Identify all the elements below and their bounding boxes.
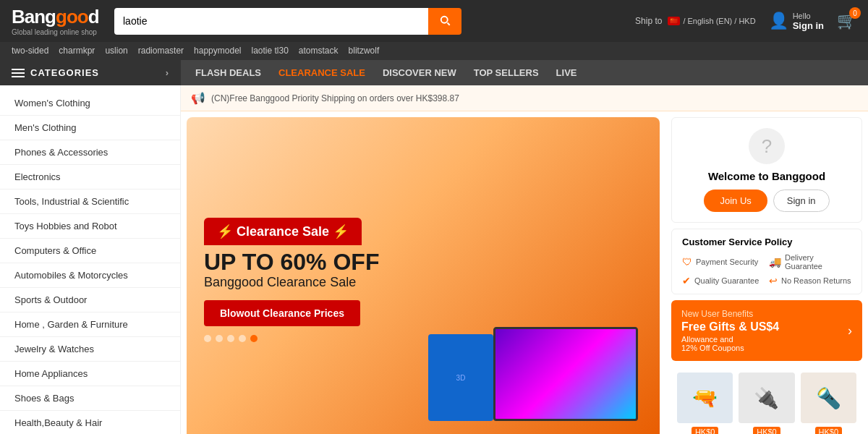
nav-discover-new[interactable]: DISCOVER NEW	[383, 60, 456, 85]
service-delivery: 🚚 Delivery Guarantee	[769, 253, 851, 271]
categories-button[interactable]: CATEGORIES ›	[0, 60, 181, 85]
signin-button[interactable]: Sign in	[773, 190, 830, 212]
suggestion-7[interactable]: blitzwolf	[349, 46, 380, 56]
nav-live[interactable]: LIVE	[556, 60, 577, 85]
suggestion-1[interactable]: charmkpr	[59, 46, 95, 56]
dot-5[interactable]	[250, 335, 258, 342]
sidebar-item-automobiles[interactable]: Automobiles & Motorcycles	[0, 263, 180, 288]
sidebar-item-phones-accessories[interactable]: Phones & Accessories	[0, 140, 180, 165]
service-returns: ↩ No Reason Returns	[769, 275, 851, 286]
suggestion-6[interactable]: atomstack	[299, 46, 339, 56]
welcome-buttons: Join Us Sign in	[682, 190, 851, 212]
categories-chevron-icon: ›	[166, 67, 169, 78]
right-panel: ? Welcome to Banggood Join Us Sign in Cu…	[665, 111, 868, 434]
welcome-avatar: ?	[749, 128, 785, 164]
sidebar-item-womens-clothing[interactable]: Women's Clothing	[0, 91, 180, 116]
right-prod-thumb-2: 🔦	[801, 373, 856, 423]
search-suggestions: two-sided charmkpr uslion radiomaster ha…	[0, 42, 868, 60]
service-box: Customer Service Policy 🛡 Payment Securi…	[671, 229, 862, 294]
right-prod-1[interactable]: 🔌 HK$0	[739, 373, 794, 434]
main-layout: Women's Clothing Men's Clothing Phones &…	[0, 85, 868, 434]
cart-badge: 0	[849, 7, 861, 19]
new-user-content: New User Benefits Free Gifts & US$4 Allo…	[681, 309, 779, 352]
quality-label: Quality Guarantee	[694, 276, 759, 285]
service-grid: 🛡 Payment Security 🚚 Delivery Guarantee …	[682, 253, 851, 286]
hero-banner[interactable]: ⚡ Clearance Sale ⚡ UP TO 60% OFF Banggoo…	[187, 117, 660, 434]
dot-4[interactable]	[239, 335, 246, 342]
suggestion-0[interactable]: two-sided	[12, 46, 48, 56]
right-prod-0[interactable]: 🔫 HK$0	[677, 373, 733, 434]
new-user-heading: New User Benefits	[681, 309, 779, 319]
suggestion-4[interactable]: happymodel	[194, 46, 241, 56]
new-user-arrow-icon: ›	[848, 323, 852, 339]
banner-content: ⚡ Clearance Sale ⚡ UP TO 60% OFF Banggoo…	[187, 203, 396, 357]
sidebar-item-shoes-bags[interactable]: Shoes & Bags	[0, 386, 180, 411]
sidebar-item-mens-clothing[interactable]: Men's Clothing	[0, 116, 180, 140]
avatar-icon: ?	[762, 135, 772, 158]
sidebar-item-home-appliances[interactable]: Home Appliances	[0, 362, 180, 386]
banner-products: 3D	[428, 284, 645, 428]
header-right: Ship to 🇨🇳 / English (EN) / HKD 👤 Hello …	[635, 12, 856, 31]
search-button[interactable]	[428, 8, 461, 35]
returns-label: No Reason Returns	[781, 276, 851, 285]
right-prod-thumb-1: 🔌	[739, 373, 794, 423]
flag: 🇨🇳	[668, 17, 680, 25]
nav-links: FLASH DEALS CLEARANCE SALE DISCOVER NEW …	[181, 60, 591, 85]
cart[interactable]: 🛒 0	[837, 12, 856, 30]
banner-subtitle: Banggood Clearance Sale	[204, 275, 379, 290]
nav-top-sellers[interactable]: TOP SELLERS	[474, 60, 539, 85]
search-input[interactable]	[114, 8, 428, 35]
banner-title: UP TO 60% OFF	[204, 250, 379, 275]
sidebar-item-home-garden[interactable]: Home , Garden & Furniture	[0, 312, 180, 337]
shipping-banner: 📢 (CN)Free Banggood Priority Shipping on…	[181, 85, 868, 111]
dot-2[interactable]	[216, 335, 223, 342]
suggestion-3[interactable]: radiomaster	[138, 46, 184, 56]
sidebar-item-toys-hobbies[interactable]: Toys Hobbies and Robot	[0, 214, 180, 239]
signin-link[interactable]: Sign in	[793, 20, 824, 31]
right-prod-price-1: HK$0	[753, 427, 780, 434]
content-area: 📢 (CN)Free Banggood Priority Shipping on…	[181, 85, 868, 434]
search-bar	[114, 8, 461, 35]
language-selector[interactable]: / English (EN) / HKD	[683, 17, 755, 25]
dot-1[interactable]	[204, 335, 211, 342]
banner-dots	[204, 335, 379, 342]
user-section[interactable]: 👤 Hello Sign in	[769, 12, 824, 31]
shipping-icon: 📢	[191, 91, 205, 105]
sidebar-item-computers-office[interactable]: Computers & Office	[0, 239, 180, 263]
blowout-button[interactable]: Blowout Clearance Prices	[204, 300, 360, 326]
new-user-promo-title: Free Gifts & US$4	[681, 320, 779, 333]
logo[interactable]: Banggood	[12, 6, 99, 28]
ship-to-label: Ship to	[635, 16, 662, 26]
sidebar-item-sports-outdoor[interactable]: Sports & Outdoor	[0, 288, 180, 312]
sidebar-item-health-beauty[interactable]: Health,Beauty & Hair	[0, 411, 180, 434]
hero-section: ⚡ Clearance Sale ⚡ UP TO 60% OFF Banggoo…	[181, 111, 868, 434]
delivery-label: Delivery Guarantee	[785, 253, 851, 271]
ship-to[interactable]: Ship to 🇨🇳 / English (EN) / HKD	[635, 16, 756, 26]
nav-bar: CATEGORIES › FLASH DEALS CLEARANCE SALE …	[0, 60, 868, 85]
sidebar-item-electronics[interactable]: Electronics	[0, 165, 180, 190]
banner-laptop-image	[493, 327, 638, 421]
search-icon	[438, 14, 451, 27]
sidebar-item-jewelry-watches[interactable]: Jewelry & Watches	[0, 337, 180, 362]
right-prod-price-0: HK$0	[692, 427, 719, 434]
suggestion-5[interactable]: laotie tl30	[251, 46, 288, 56]
new-user-promo-sub: Allowance and12% Off Coupons	[681, 335, 779, 352]
new-user-box[interactable]: New User Benefits Free Gifts & US$4 Allo…	[671, 300, 862, 361]
sidebar-item-tools-industrial[interactable]: Tools, Industrial & Scientific	[0, 190, 180, 214]
logo-subtitle: Global leading online shop	[12, 28, 97, 36]
payment-icon: 🛡	[682, 256, 692, 268]
clearance-badge: ⚡ Clearance Sale ⚡	[204, 218, 362, 245]
header: Banggood Global leading online shop Ship…	[0, 0, 868, 42]
dot-3[interactable]	[227, 335, 234, 342]
service-quality: ✔ Quality Guarantee	[682, 275, 765, 286]
nav-flash-deals[interactable]: FLASH DEALS	[195, 60, 261, 85]
right-prod-2[interactable]: 🔦 HK$0	[801, 373, 856, 434]
suggestion-2[interactable]: uslion	[105, 46, 127, 56]
service-payment: 🛡 Payment Security	[682, 253, 765, 271]
payment-label: Payment Security	[696, 258, 758, 266]
join-button[interactable]: Join Us	[704, 190, 767, 212]
logo-area: Banggood Global leading online shop	[12, 6, 106, 36]
delivery-icon: 🚚	[769, 256, 781, 268]
returns-icon: ↩	[769, 275, 778, 286]
nav-clearance-sale[interactable]: CLEARANCE SALE	[278, 60, 365, 85]
